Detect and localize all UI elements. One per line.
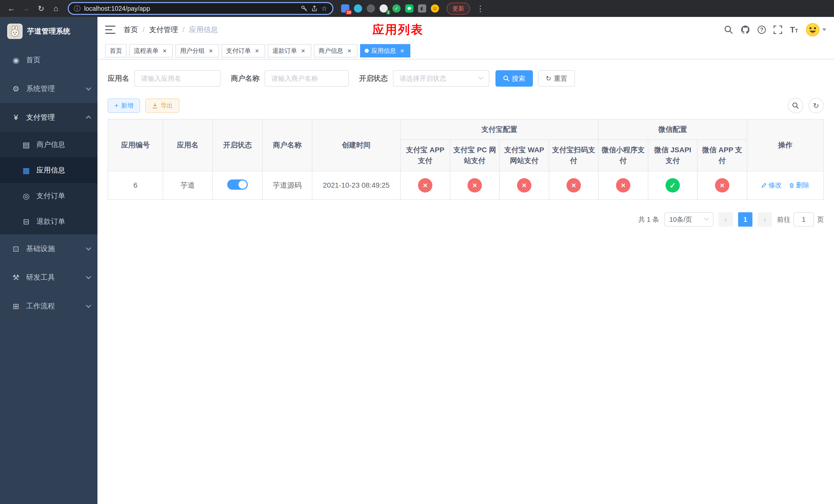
- status-select[interactable]: 请选择开启状态: [393, 70, 489, 87]
- fullscreen-icon[interactable]: [773, 25, 782, 34]
- sidebar-item-home[interactable]: ◉首页: [0, 46, 97, 74]
- tab-close-icon[interactable]: ×: [254, 47, 261, 54]
- alipay-pc-status-icon: ×: [467, 178, 482, 192]
- filter-form: 应用名 商户名称 开启状态 请选择开启状态 搜索 ↻ 重置: [108, 70, 824, 87]
- pencil-icon: [761, 183, 767, 188]
- cell-app-name: 芋道: [163, 171, 213, 200]
- sidebar-item-devtools[interactable]: ⚒研发工具: [0, 263, 97, 292]
- app-logo-row[interactable]: 芋道管理系统: [0, 17, 97, 46]
- tab-app-info[interactable]: 应用信息×: [360, 44, 410, 58]
- cell-status: [213, 171, 262, 200]
- tab-process-form[interactable]: 流程表单×: [129, 44, 173, 58]
- chevron-down-icon: [704, 215, 709, 221]
- tab-close-icon[interactable]: ×: [207, 47, 214, 54]
- page-size-select[interactable]: 10条/页: [664, 212, 714, 227]
- bookmark-star-icon[interactable]: ☆: [321, 5, 327, 13]
- chevron-down-icon: [86, 85, 91, 91]
- search-icon[interactable]: [724, 25, 733, 34]
- app-name-input[interactable]: [134, 70, 221, 87]
- app-logo: [7, 24, 23, 39]
- sidebar-item-infra[interactable]: ⊡基础设施: [0, 234, 97, 263]
- share-icon[interactable]: [311, 5, 318, 12]
- goto-label: 前往: [777, 215, 790, 224]
- search-button[interactable]: 搜索: [496, 70, 533, 87]
- tab-close-icon[interactable]: ×: [161, 47, 168, 54]
- edit-button-label: 修改: [768, 181, 782, 190]
- status-toggle[interactable]: [227, 180, 248, 190]
- wx-jsapi-status-icon: ✓: [665, 178, 680, 192]
- sidebar-item-merchant-info[interactable]: ▤商户信息: [0, 132, 97, 157]
- refresh-table-button[interactable]: ↻: [808, 98, 824, 113]
- extension-puzzle-blue-icon[interactable]: 10: [341, 4, 349, 13]
- col-header-merchant: 商户名称: [262, 119, 312, 171]
- col-header-alipay-pc: 支付宝 PC 网站支付: [450, 140, 499, 171]
- tab-close-icon[interactable]: ×: [300, 47, 307, 54]
- password-key-icon[interactable]: [301, 5, 307, 12]
- app-table: 应用编号 应用名 开启状态 商户名称 创建时间 支付宝配置 微信配置 操作 支付…: [108, 119, 824, 200]
- browser-profile-avatar[interactable]: [431, 4, 439, 13]
- breadcrumb-payment[interactable]: 支付管理: [149, 25, 178, 35]
- sidebar-item-payment[interactable]: ¥支付管理: [0, 103, 97, 132]
- tab-close-icon[interactable]: ×: [398, 47, 406, 54]
- font-size-icon[interactable]: TT: [790, 26, 798, 34]
- edit-button[interactable]: 修改: [761, 181, 782, 190]
- github-icon[interactable]: [741, 25, 750, 35]
- delete-button[interactable]: 删除: [789, 181, 809, 190]
- browser-forward-button[interactable]: →: [20, 2, 32, 15]
- col-header-status: 开启状态: [213, 119, 262, 171]
- next-page-button[interactable]: ›: [758, 212, 772, 227]
- col-header-wx-jsapi: 微信 JSAPI 支付: [648, 140, 697, 171]
- sidebar-item-label: 退款订单: [37, 216, 97, 226]
- browser-menu-icon[interactable]: ⋮: [477, 4, 484, 13]
- col-header-app-id: 应用编号: [108, 119, 163, 171]
- extensions-menu-puzzle-icon[interactable]: [418, 4, 426, 13]
- goto-page-input[interactable]: [793, 212, 814, 227]
- toggle-search-button[interactable]: [788, 98, 803, 113]
- extension-dark-icon[interactable]: [367, 4, 375, 13]
- col-header-alipay-qr: 支付宝扫码支付: [549, 140, 598, 171]
- chevron-down-icon: [86, 303, 91, 308]
- site-info-icon[interactable]: ⓘ: [74, 5, 81, 12]
- extension-reader-icon[interactable]: 1: [379, 4, 388, 13]
- add-button[interactable]: + 新增: [108, 98, 140, 113]
- refund-icon: ⊟: [21, 217, 32, 226]
- infra-icon: ⊡: [10, 244, 22, 253]
- tab-refund-order[interactable]: 退款订单×: [268, 44, 311, 58]
- sidebar-item-app-info[interactable]: ▦应用信息: [0, 157, 97, 183]
- question-icon[interactable]: ?: [758, 26, 766, 34]
- navbar-icons: ? TT: [724, 23, 826, 37]
- tab-merchant-info[interactable]: 商户信息×: [314, 44, 357, 58]
- breadcrumb-home[interactable]: 首页: [124, 25, 138, 35]
- extension-wechat-icon[interactable]: [405, 4, 413, 13]
- cell-merchant: 芋道源码: [262, 171, 312, 200]
- merchant-name-input[interactable]: [265, 70, 349, 87]
- export-button[interactable]: 导出: [145, 98, 179, 113]
- tab-home[interactable]: 首页: [105, 44, 127, 58]
- user-avatar[interactable]: [806, 23, 826, 37]
- browser-home-button[interactable]: ⌂: [50, 2, 62, 15]
- page-suffix-label: 页: [817, 215, 824, 224]
- extension-drop-icon[interactable]: [354, 4, 362, 13]
- tab-label: 首页: [110, 47, 122, 55]
- prev-page-button[interactable]: ‹: [719, 212, 733, 227]
- tab-user-group[interactable]: 用户分组×: [175, 44, 219, 58]
- tab-close-icon[interactable]: ×: [346, 47, 353, 54]
- tab-pay-order[interactable]: 支付订单×: [222, 44, 265, 58]
- yen-icon: ¥: [10, 113, 22, 122]
- reset-button[interactable]: ↻ 重置: [538, 70, 575, 87]
- sidebar-item-pay-order[interactable]: ◎支付订单: [0, 183, 97, 209]
- sidebar-item-workflow[interactable]: ⊞工作流程: [0, 292, 97, 320]
- sidebar-toggle-icon[interactable]: [105, 26, 115, 34]
- page-number-button[interactable]: 1: [738, 212, 752, 227]
- browser-reload-button[interactable]: ↻: [35, 2, 47, 15]
- browser-toolbar: ← → ↻ ⌂ ⓘ localhost:1024/pay/app ☆ 10 1 …: [0, 0, 834, 17]
- delete-button-label: 删除: [796, 181, 809, 190]
- card-icon: ▤: [21, 140, 32, 149]
- url-bar[interactable]: ⓘ localhost:1024/pay/app ☆: [68, 2, 333, 15]
- sidebar-menu: ◉首页⚙系统管理¥支付管理▤商户信息▦应用信息◎支付订单⊟退款订单⊡基础设施⚒研…: [0, 46, 97, 320]
- sidebar-item-system[interactable]: ⚙系统管理: [0, 74, 97, 103]
- sidebar-item-refund-order[interactable]: ⊟退款订单: [0, 209, 97, 234]
- extension-green-check-icon[interactable]: ✓: [392, 4, 401, 13]
- browser-update-button[interactable]: 更新: [447, 3, 470, 15]
- browser-back-button[interactable]: ←: [5, 2, 18, 15]
